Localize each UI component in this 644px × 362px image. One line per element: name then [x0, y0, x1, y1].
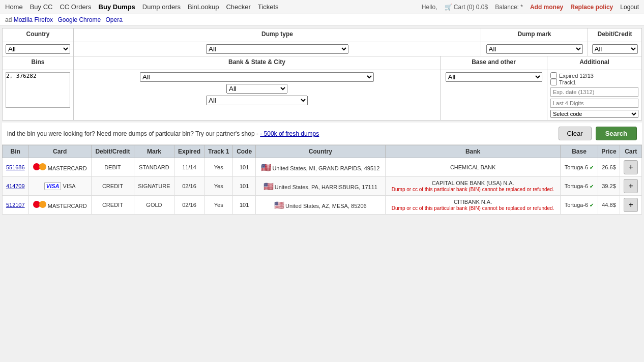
expired-checkbox[interactable] — [550, 72, 557, 79]
bank-note: Dump or cc of this particular bank (BIN)… — [392, 205, 554, 211]
debit-credit-select[interactable]: All — [592, 44, 638, 54]
col-card: Card — [28, 145, 91, 158]
filter-additional-input-cell: Expired 12/13 Track1 Select code — [547, 70, 641, 120]
firefox-link[interactable]: Mozilla Firefox — [14, 16, 53, 23]
cell-bank: CITIBANK N.A.Dump or cc of this particul… — [385, 196, 561, 215]
dump-mark-label: Dump mark — [517, 31, 551, 38]
bank-note: Dump or cc of this particular bank (BIN)… — [392, 187, 554, 192]
partner-link[interactable]: - 500k of fresh dumps — [260, 130, 319, 137]
browser-bar-prefix: ad — [5, 16, 12, 23]
cell-track1: Yes — [204, 177, 233, 196]
nav-checker[interactable]: Checker — [226, 3, 250, 11]
search-button[interactable]: Search — [596, 127, 637, 140]
clear-button[interactable]: Clear — [559, 127, 592, 140]
nav-tickets[interactable]: Tickets — [258, 3, 279, 11]
filter-bins-input-cell: 2, 376282 — [3, 70, 74, 120]
nav-ccorders[interactable]: CC Orders — [60, 3, 91, 11]
results-table-header: Bin Card Debit/Credit Mark Expired Track… — [3, 145, 642, 158]
cell-track1: Yes — [204, 196, 233, 215]
debit-credit-value: DEBIT — [104, 164, 121, 170]
filter-country-header: Country — [3, 28, 74, 42]
cell-cart: + — [620, 196, 642, 215]
card-icon-visa: VISA — [44, 182, 62, 190]
add-money-link[interactable]: Add money — [530, 4, 563, 11]
cell-cart: + — [620, 158, 642, 177]
cell-country: 🇺🇸United States, MI, GRAND RAPIDS, 49512 — [255, 158, 385, 177]
cell-cart: + — [620, 177, 642, 196]
browser-bar: ad Mozilla Firefox Google Chrome Opera — [0, 14, 644, 26]
country-select[interactable]: All — [6, 44, 70, 54]
debit-credit-value: CREDIT — [102, 183, 123, 189]
base-verified-icon: ✔ — [590, 202, 594, 208]
add-to-cart-button[interactable]: + — [624, 160, 638, 174]
col-debit-credit: Debit/Credit — [91, 145, 134, 158]
partner-message: ind the bin you were looking for? Need m… — [2, 123, 642, 145]
cell-country: 🇺🇸United States, AZ, MESA, 85206 — [255, 196, 385, 215]
cell-expired: 02/16 — [174, 196, 204, 215]
exp-date-input[interactable] — [550, 87, 638, 97]
filter-row4-inputs: 2, 376282 All All All All — [3, 70, 641, 120]
nav-dumporders[interactable]: Dump orders — [142, 3, 181, 11]
filter-row3-labels: Bins Bank & State & City Base and other … — [3, 56, 641, 70]
card-name: VISA — [63, 183, 76, 189]
bins-textarea[interactable]: 2, 376282 — [6, 72, 70, 108]
cell-code: 101 — [233, 196, 256, 215]
col-price: Price — [598, 145, 620, 158]
add-to-cart-button[interactable]: + — [624, 179, 638, 193]
replace-policy-link[interactable]: Replace policy — [570, 4, 613, 11]
base-verified-icon: ✔ — [590, 165, 594, 170]
bin-link[interactable]: 551686 — [6, 164, 25, 170]
filter-bank-state-input-cell: All All All — [74, 70, 441, 120]
opera-link[interactable]: Opera — [105, 16, 122, 23]
nav-binlookup[interactable]: BinLookup — [188, 3, 219, 11]
dump-type-select[interactable]: All — [206, 44, 348, 54]
table-row: 551686 MASTERCARD DEBIT STANDARD 11/14 Y… — [3, 158, 642, 177]
dump-mark-select[interactable]: All — [486, 44, 583, 54]
track1-label: Track1 — [559, 79, 576, 85]
country-label: Country — [6, 31, 70, 38]
nav-home[interactable]: Home — [5, 3, 23, 11]
bank-name: CHEMICAL BANK — [450, 164, 495, 170]
debit-credit-label: Debit/Credit — [597, 31, 632, 38]
cell-code: 101 — [233, 158, 256, 177]
cell-bin: 414709 — [3, 177, 29, 196]
track1-check-row: Track1 — [550, 79, 638, 85]
base-name: Tortuga-6 — [565, 202, 588, 208]
debit-credit-value: CREDIT — [102, 202, 123, 208]
nav-buydumps[interactable]: Buy Dumps — [99, 3, 135, 11]
state-select[interactable]: All — [226, 84, 287, 94]
top-nav: Home Buy CC CC Orders Buy Dumps Dump ord… — [0, 0, 644, 14]
base-select[interactable]: All — [446, 72, 542, 82]
cell-expired: 11/14 — [174, 158, 204, 177]
city-select[interactable]: All — [206, 96, 308, 105]
cart-info: 🛒 Cart (0) 0.0$ — [445, 4, 488, 11]
select-code-dropdown[interactable]: Select code — [550, 110, 638, 118]
last4-input[interactable] — [550, 99, 638, 108]
cell-track1: Yes — [204, 158, 233, 177]
partner-message-text: ind the bin you were looking for? Need m… — [7, 130, 554, 137]
bank-select[interactable]: All — [140, 72, 374, 82]
cell-debit-credit: CREDIT — [91, 177, 134, 196]
cell-mark: GOLD — [134, 196, 174, 215]
filter-debit-credit-header: Debit/Credit — [588, 28, 641, 42]
add-to-cart-button[interactable]: + — [624, 198, 638, 212]
filter-additional-header: Additional — [547, 56, 641, 70]
results-table-header-row: Bin Card Debit/Credit Mark Expired Track… — [3, 145, 642, 158]
bank-state-selects: All All All — [77, 72, 437, 105]
bin-link[interactable]: 512107 — [6, 202, 25, 208]
col-country: Country — [255, 145, 385, 158]
cell-debit-credit: CREDIT — [91, 196, 134, 215]
chrome-link[interactable]: Google Chrome — [57, 16, 101, 23]
cell-debit-credit: DEBIT — [91, 158, 134, 177]
results-table: Bin Card Debit/Credit Mark Expired Track… — [2, 145, 642, 215]
cell-mark: SIGNATURE — [134, 177, 174, 196]
col-expired: Expired — [174, 145, 204, 158]
bin-link[interactable]: 414709 — [6, 183, 25, 189]
track1-checkbox[interactable] — [550, 79, 557, 85]
table-row: 512107 MASTERCARD CREDIT GOLD 02/16 Yes … — [3, 196, 642, 215]
logout-link[interactable]: Logout — [620, 4, 639, 11]
cell-card: MASTERCARD — [28, 158, 91, 177]
nav-buycc[interactable]: Buy CC — [30, 3, 53, 11]
col-cart: Cart — [620, 145, 642, 158]
cell-price: 26.6$ — [598, 158, 620, 177]
